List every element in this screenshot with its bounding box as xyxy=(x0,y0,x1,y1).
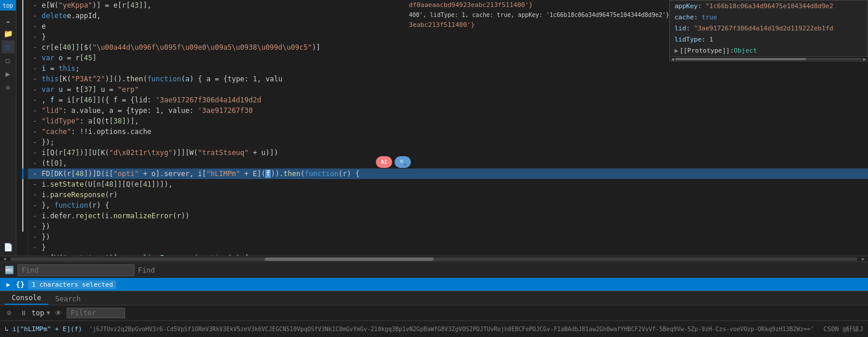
code-line-18: - i.setState(U[n[48]][Q(e[41])]), xyxy=(28,179,868,190)
find-bar: 🔤 Find xyxy=(0,262,868,278)
find-input[interactable] xyxy=(18,264,134,276)
code-line-16: - (t[0], xyxy=(28,158,868,168)
tab-console[interactable]: Console xyxy=(5,292,49,305)
tooltip-row-cache: cache: true xyxy=(670,12,867,23)
editor-panel: top ☁ 📁 ◻ ◻ ▶ ⚙ 📄 xyxy=(0,0,868,256)
console-panel: Console Search ⊘ ⏸ top ▼ 👁 ↳ i["hLIMPm" … xyxy=(0,291,868,337)
pause-btn[interactable]: ⏸ xyxy=(18,307,29,319)
expand-btn[interactable]: ▶ xyxy=(5,280,12,289)
code-line-25: - cr[W("epytotorp")].normalizeError = fu… xyxy=(28,253,868,256)
top-context-label: top xyxy=(32,309,44,317)
code-line-21: - i.defer.reject(i.normalizeError(r)) xyxy=(28,211,868,221)
code-line-24: - } xyxy=(28,242,868,253)
code-line-13: - "cache": !!i.options.cache xyxy=(28,126,868,137)
ai-button[interactable]: AI xyxy=(376,156,392,168)
tab-search[interactable]: Search xyxy=(49,293,88,305)
code-line-19: - i.parseResponse(r) xyxy=(28,190,868,200)
eye-btn[interactable]: 👁 xyxy=(53,307,64,319)
top-label: top xyxy=(2,2,13,9)
sidebar-icon-box4[interactable]: ⚙ xyxy=(2,81,15,94)
selected-count: 1 characters selected xyxy=(28,280,116,289)
tooltip-scrollbar[interactable]: ◀ ▶ xyxy=(670,56,867,61)
code-line-20: - }, function(r) { xyxy=(28,200,868,211)
top-indicator: top xyxy=(0,0,16,11)
scroll-track[interactable] xyxy=(11,257,857,261)
h-scrollbar[interactable]: ◀ ▶ xyxy=(0,256,868,262)
watermark: CSDN @轩辕J xyxy=(819,325,863,333)
code-line-8: - this[K("P3At^2")]().then(function(a) {… xyxy=(28,74,868,84)
sidebar-icon-box3[interactable]: ▶ xyxy=(2,67,15,80)
code-line-10: - , f = i[r[46]]({ f = {lid: '3ae917267f… xyxy=(28,95,868,105)
console-tabs: Console Search xyxy=(0,291,868,305)
scroll-left-btn[interactable]: ◀ xyxy=(0,256,9,262)
code-line-9: - var u = t[37] u = "erp" xyxy=(28,84,868,95)
code-line-7: - i = this; xyxy=(28,63,868,74)
context-dropdown[interactable]: ▼ xyxy=(47,310,50,316)
sidebar-icon-folder[interactable]: 📁 xyxy=(2,27,15,40)
code-editor[interactable]: - e[W("yeKppa")] = e[r[43]], - delete e.… xyxy=(28,0,868,256)
tooltip-row-prototype: ▶ [[Prototype]]: Object xyxy=(670,45,867,56)
sidebar-icon-box1[interactable]: ◻ xyxy=(2,40,15,53)
brace-icon: {} xyxy=(16,280,25,289)
clear-btn[interactable]: ⊘ xyxy=(4,307,15,319)
sidebar-icon-file[interactable]: 📄 xyxy=(2,240,15,253)
code-line-highlighted: - FD[DK(r[48])]D(i["opti" + o].server, i… xyxy=(28,168,868,179)
status-bar: ▶ {} 1 characters selected xyxy=(0,278,868,291)
console-output: ↳ i["hLIMPm" + E](f) 'j6JTUvz2q2BpGvoHV3… xyxy=(0,321,868,337)
tooltip-row-lidtype: lidType: 1 xyxy=(670,34,867,45)
sidebar: top ☁ 📁 ◻ ◻ ▶ ⚙ 📄 xyxy=(0,0,16,256)
code-line-23: - }) xyxy=(28,232,868,242)
tooltip-popup: appKey: "1c66b18c06a34d96475e104344d8d9e… xyxy=(669,0,868,61)
search-button[interactable]: 🔍 xyxy=(395,156,411,168)
code-line-15: - i[Q(r[47])][U[K("d\x02t1r\txyg")]][W("… xyxy=(28,147,868,158)
sidebar-icon-box2[interactable]: ◻ xyxy=(2,54,15,67)
filter-input[interactable] xyxy=(67,308,125,318)
ai-float-buttons: AI 🔍 xyxy=(376,156,411,168)
tooltip-row-appkey: appKey: "1c66b18c06a34d96475e104344d8d9e… xyxy=(670,1,867,12)
find-label: Find xyxy=(138,266,155,274)
code-line-12: - "lidType": a[Q(t[38])], xyxy=(28,116,868,126)
code-line-22: - }) xyxy=(28,221,868,232)
find-icon: 🔤 xyxy=(5,266,14,274)
line-numbers xyxy=(16,0,28,256)
sidebar-icon-cloud[interactable]: ☁ xyxy=(2,13,15,26)
tooltip-row-lid: lid: "3ae917267f306d4a14d19d2d119222eb1f… xyxy=(670,23,867,34)
scroll-right-btn[interactable]: ▶ xyxy=(859,256,868,262)
console-toolbar: ⊘ ⏸ top ▼ 👁 xyxy=(0,305,868,321)
devtools-window: top ☁ 📁 ◻ ◻ ▶ ⚙ 📄 xyxy=(0,0,868,337)
code-line-14: - }); xyxy=(28,137,868,147)
code-line-11: - "lid": a.value, a = {type: 1, value: '… xyxy=(28,105,868,116)
